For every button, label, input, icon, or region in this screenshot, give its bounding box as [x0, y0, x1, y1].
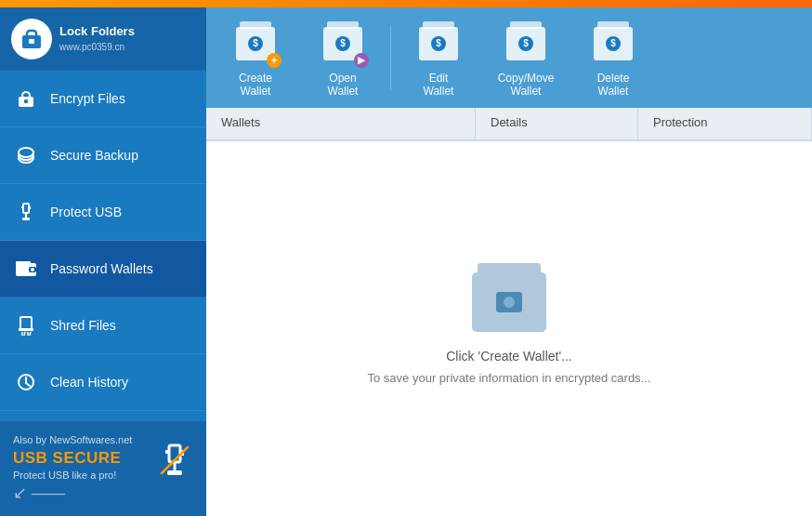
svg-rect-29: [167, 470, 182, 475]
wallet-coin3: $: [431, 36, 446, 51]
svg-rect-18: [20, 317, 32, 330]
sidebar-logo: Lock Folders www.pc0359.cn: [0, 7, 206, 71]
usb-secure-label: USB SECURE: [13, 449, 121, 468]
toolbar-divider-1: [390, 25, 391, 90]
wallet-clasp: [496, 292, 522, 312]
empty-state-icon: [472, 272, 546, 332]
sidebar-item-clean-history[interactable]: Clean History: [0, 354, 206, 411]
sidebar-item-secure-backup[interactable]: Secure Backup: [0, 127, 206, 184]
arrow-badge: ▶: [354, 53, 369, 68]
open-wallet-icon-wrap: $ ▶: [321, 21, 365, 66]
empty-title: Click 'Create Wallet'...: [446, 349, 572, 364]
create-wallet-label: CreateWallet: [239, 72, 272, 99]
wallet-coin2: $: [335, 36, 350, 51]
copymove-icon-wrap: $: [504, 21, 548, 66]
svg-line-21: [24, 332, 25, 336]
sidebar-item-password-wallets[interactable]: Password Wallets: [0, 241, 206, 298]
svg-rect-15: [16, 261, 31, 266]
svg-rect-30: [165, 450, 169, 454]
app-logo-icon: [11, 19, 52, 60]
content-area: Click 'Create Wallet'... To save your pr…: [206, 141, 812, 516]
main-content: $ + CreateWallet $ ▶ OpenWallet: [206, 7, 812, 516]
svg-rect-12: [21, 206, 23, 208]
sidebar-item-protect-usb[interactable]: Protect USB: [0, 184, 206, 241]
columns-header: Wallets Details Protection: [206, 108, 812, 141]
svg-rect-13: [29, 206, 31, 209]
svg-point-8: [19, 148, 33, 157]
col-details: Details: [476, 108, 638, 139]
svg-rect-9: [23, 204, 29, 213]
shred-icon: [13, 312, 39, 338]
logo-text: Lock Folders www.pc0359.cn: [59, 23, 135, 53]
plus-badge: +: [267, 53, 282, 68]
sidebar-item-encrypt-files[interactable]: Encrypt Files: [0, 71, 206, 127]
usb-icon: [13, 199, 39, 225]
sidebar: Lock Folders www.pc0359.cn Encrypt Files: [0, 7, 206, 516]
svg-line-26: [26, 383, 30, 386]
svg-rect-19: [19, 328, 33, 331]
history-icon: [13, 369, 39, 395]
delete-wallet-label: DeleteWallet: [597, 72, 630, 99]
lock-icon: [13, 86, 39, 112]
create-wallet-icon-wrap: $ +: [233, 21, 278, 66]
svg-rect-5: [24, 99, 28, 103]
svg-rect-11: [22, 218, 30, 220]
sidebar-label-history: Clean History: [50, 375, 128, 390]
svg-rect-2: [29, 39, 34, 44]
copymove-wallet-button[interactable]: $ Copy/MoveWallet: [484, 14, 568, 102]
col-wallets: Wallets: [206, 108, 476, 139]
delete-wallet-icon: $: [594, 27, 633, 60]
sidebar-label-backup: Secure Backup: [50, 148, 138, 163]
protect-tagline: Protect USB like a pro!: [13, 470, 121, 481]
svg-line-23: [30, 332, 31, 336]
empty-subtitle: To save your private information in encr…: [368, 371, 651, 385]
sidebar-label-wallets: Password Wallets: [50, 261, 153, 276]
svg-rect-1: [27, 31, 36, 38]
edit-wallet-button[interactable]: $ EditWallet: [397, 14, 480, 102]
wallet-coin4: $: [518, 36, 533, 51]
col-protection: Protection: [638, 108, 812, 139]
logo-title: Lock Folders: [59, 23, 135, 40]
sidebar-label-shred: Shred Files: [50, 318, 116, 333]
wallet-icon: [13, 256, 39, 282]
open-wallet-label: OpenWallet: [328, 72, 359, 99]
svg-point-17: [31, 268, 34, 271]
delete-wallet-button[interactable]: $ DeleteWallet: [571, 14, 655, 102]
top-bar: [0, 0, 812, 7]
usb-promo-icon: [156, 442, 193, 485]
toolbar: $ + CreateWallet $ ▶ OpenWallet: [206, 7, 812, 108]
open-wallet-button[interactable]: $ ▶ OpenWallet: [301, 14, 385, 102]
arrow-deco: ↙ ——: [13, 483, 121, 503]
wallet-coin5: $: [606, 36, 621, 51]
edit-wallet-icon-wrap: $: [416, 21, 461, 66]
sidebar-item-shred-files[interactable]: Shred Files: [0, 298, 206, 354]
sidebar-label-encrypt: Encrypt Files: [50, 91, 125, 106]
wallet-coin: $: [248, 36, 263, 51]
copymove-wallet-icon: $: [506, 27, 545, 60]
edit-wallet-label: EditWallet: [424, 72, 454, 99]
copymove-wallet-label: Copy/MoveWallet: [498, 72, 555, 99]
create-wallet-button[interactable]: $ + CreateWallet: [214, 14, 297, 102]
delete-icon-wrap: $: [591, 21, 635, 66]
edit-wallet-icon: $: [419, 27, 458, 60]
sidebar-footer: Also by NewSoftwares.net USB SECURE Prot…: [0, 421, 206, 516]
backup-icon: [13, 142, 39, 168]
main-layout: Lock Folders www.pc0359.cn Encrypt Files: [0, 7, 812, 516]
logo-site: www.pc0359.cn: [59, 41, 135, 54]
sidebar-label-usb: Protect USB: [50, 205, 122, 219]
